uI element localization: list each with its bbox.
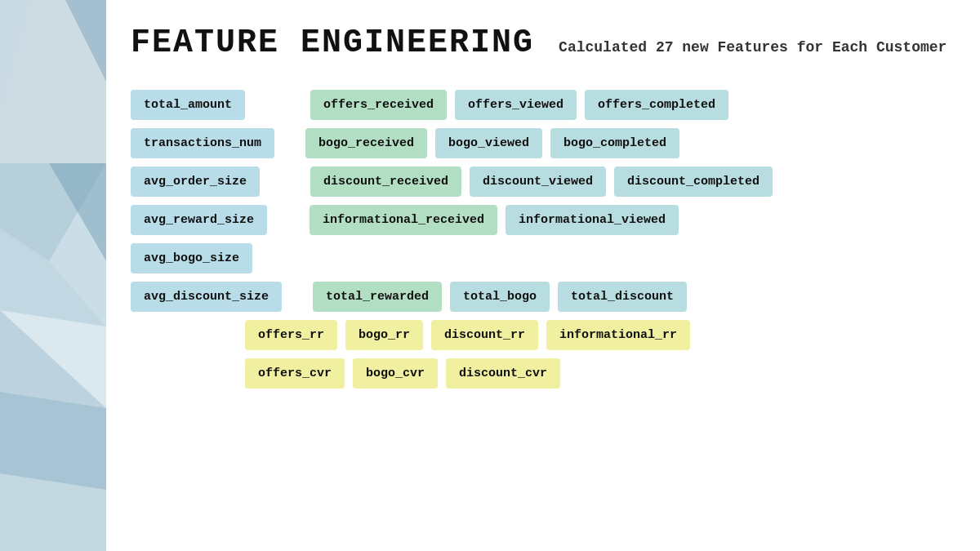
tag-avg-reward-size: avg_reward_size [131,205,267,235]
feature-row-1: total_amount offers_received offers_view… [131,90,964,120]
tag-discount-received: discount_received [310,167,461,197]
tag-offers-completed: offers_completed [585,90,728,120]
svg-marker-7 [0,392,106,490]
tag-offers-viewed: offers_viewed [455,90,577,120]
tag-informational-rr: informational_rr [546,320,690,350]
feature-row-2: transactions_num bogo_received bogo_view… [131,128,964,158]
page-header: FEATURE ENGINEERING Calculated 27 new Fe… [131,24,964,61]
tag-discount-viewed: discount_viewed [470,167,606,197]
tag-total-bogo: total_bogo [450,282,550,312]
tag-total-amount: total_amount [131,90,245,120]
tag-bogo-viewed: bogo_viewed [435,128,542,158]
feature-row-8: offers_cvr bogo_cvr discount_cvr [131,358,964,389]
feature-row-7: offers_rr bogo_rr discount_rr informatio… [131,320,964,350]
page-title: FEATURE ENGINEERING [131,24,534,61]
feature-row-3: avg_order_size discount_received discoun… [131,167,964,197]
tag-discount-completed: discount_completed [614,167,773,197]
tag-total-rewarded: total_rewarded [313,282,442,312]
feature-row-4: avg_reward_size informational_received i… [131,205,964,235]
tag-total-discount: total_discount [558,282,687,312]
tag-informational-received: informational_received [310,205,497,235]
tag-bogo-completed: bogo_completed [550,128,679,158]
feature-row-6: avg_discount_size total_rewarded total_b… [131,282,964,312]
page-subtitle: Calculated 27 new Features for Each Cust… [559,39,947,56]
background-decoration [0,0,106,551]
tag-transactions-num: transactions_num [131,128,274,158]
features-grid: total_amount offers_received offers_view… [131,90,964,389]
tag-avg-bogo-size: avg_bogo_size [131,243,252,273]
tag-offers-rr: offers_rr [245,320,337,350]
main-content: FEATURE ENGINEERING Calculated 27 new Fe… [106,0,980,551]
tag-bogo-rr: bogo_rr [345,320,423,350]
tag-discount-rr: discount_rr [431,320,538,350]
tag-offers-cvr: offers_cvr [245,358,345,389]
tag-avg-discount-size: avg_discount_size [131,282,282,312]
tag-discount-cvr: discount_cvr [446,358,560,389]
tag-bogo-received: bogo_received [305,128,427,158]
tag-avg-order-size: avg_order_size [131,167,260,197]
tag-informational-viewed: informational_viewed [506,205,679,235]
tag-offers-received: offers_received [310,90,447,120]
tag-bogo-cvr: bogo_cvr [353,358,438,389]
feature-row-5: avg_bogo_size [131,243,964,273]
